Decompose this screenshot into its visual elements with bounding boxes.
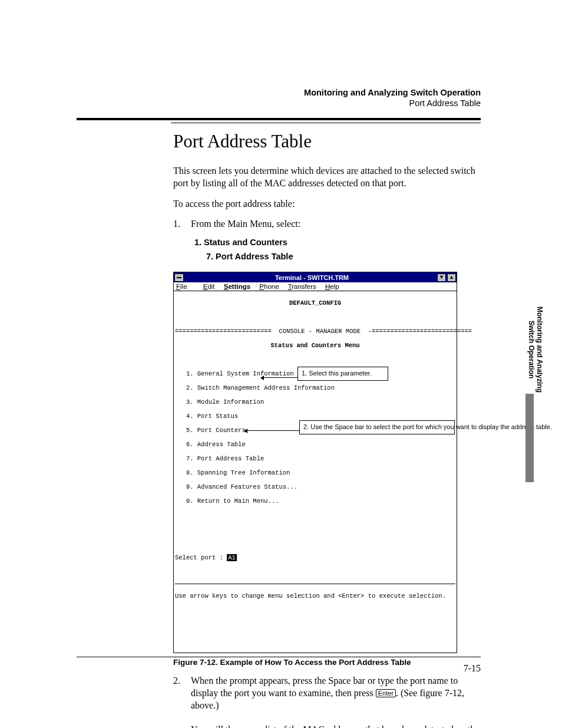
menu-item[interactable]: 7. Port Address Table [175, 455, 455, 462]
step-2-num: 2. [173, 675, 191, 728]
port-value[interactable]: A1 [227, 554, 237, 561]
menu-item[interactable]: 6. Address Table [175, 441, 455, 448]
menu-settings[interactable]: Settings [224, 283, 250, 290]
intro-paragraph: This screen lets you determine which dev… [173, 165, 481, 190]
blank [175, 314, 455, 321]
blank [175, 540, 455, 547]
menu-item[interactable]: 0. Return to Main Menu... [175, 498, 455, 505]
blank [175, 356, 455, 363]
menu-file[interactable]: File [176, 283, 194, 290]
enter-key: Enter [376, 689, 396, 697]
menu-item[interactable]: 3. Module Information [175, 398, 455, 406]
maximize-button[interactable]: ▲ [447, 274, 456, 282]
blank [175, 526, 455, 533]
menu-title: Status and Counters Menu [175, 342, 455, 349]
menu-item[interactable]: 8. Spanning Tree Information [175, 469, 455, 476]
terminal-body: DEFAULT_CONFIG =========================… [174, 291, 457, 653]
callout-1: 1. Select this parameter. [297, 367, 388, 381]
step-1-num: 1. [173, 218, 191, 230]
blank [175, 568, 455, 575]
running-header-sub: Port Address Table [304, 98, 481, 108]
menu-transfers[interactable]: Transfers [288, 283, 316, 290]
page-title: Port Address Table [173, 131, 481, 152]
terminal-window: Terminal - SWITCH.TRM ▼ ▲ File Edit Sett… [173, 272, 457, 653]
step-2-text: When the prompt appears, press the Space… [191, 675, 481, 728]
blank [175, 512, 455, 519]
paragraph-3: You will then see a list of the MAC addr… [191, 724, 479, 728]
menu-item[interactable]: 9. Advanced Features Status... [175, 483, 455, 490]
step-2: 2. When the prompt appears, press the Sp… [173, 675, 481, 728]
select-port-row: Select port : A1 [175, 554, 455, 561]
menu-phone[interactable]: Phone [259, 283, 279, 290]
menu-path-1: 1. Status and Counters [194, 238, 481, 247]
content: Port Address Table This screen lets you … [173, 131, 481, 728]
step-1-text: From the Main Menu, select: [191, 218, 481, 230]
callout-2: 2. Use the Space bar to select the port … [299, 420, 455, 434]
menu-item[interactable]: 4. Port Status [175, 413, 455, 420]
menu-item[interactable]: 2. Switch Management Address Information [175, 384, 455, 391]
step-1: 1. From the Main Menu, select: [173, 218, 481, 230]
page-number: 7-15 [464, 663, 481, 674]
menu-path-2: 7. Port Address Table [206, 252, 481, 261]
ordered-list: 1. From the Main Menu, select: [173, 218, 481, 230]
menu-help[interactable]: Help [325, 283, 339, 290]
hint-line: Use arrow keys to change menu selection … [175, 592, 455, 599]
arrow-1 [261, 377, 297, 378]
titlebar: Terminal - SWITCH.TRM ▼ ▲ [174, 272, 457, 282]
top-rule [77, 118, 481, 120]
lead-paragraph: To access the port address table: [173, 198, 481, 210]
side-tab-text: Monitoring and AnalyzingSwitch Operation [527, 305, 544, 394]
ordered-list-2: 2. When the prompt appears, press the Sp… [173, 675, 481, 728]
window-title: Terminal - SWITCH.TRM [187, 274, 437, 281]
minimize-button[interactable]: ▼ [437, 274, 446, 282]
menu-edit[interactable]: Edit [203, 283, 215, 290]
system-menu-icon[interactable] [174, 274, 184, 282]
figure-caption: Figure 7-12. Example of How To Access th… [173, 658, 481, 667]
default-config: DEFAULT_CONFIG [175, 299, 455, 307]
separator [175, 584, 455, 584]
running-header: Monitoring and Analyzing Switch Operatio… [304, 87, 481, 108]
running-header-title: Monitoring and Analyzing Switch Operatio… [304, 87, 481, 98]
mode-line: ========================== CONSOLE - MAN… [175, 328, 455, 335]
menubar: File Edit Settings Phone Transfers Help [174, 282, 457, 291]
bottom-rule [77, 657, 481, 657]
arrow-2 [244, 430, 299, 431]
side-tab: Monitoring and AnalyzingSwitch Operation [514, 394, 534, 482]
